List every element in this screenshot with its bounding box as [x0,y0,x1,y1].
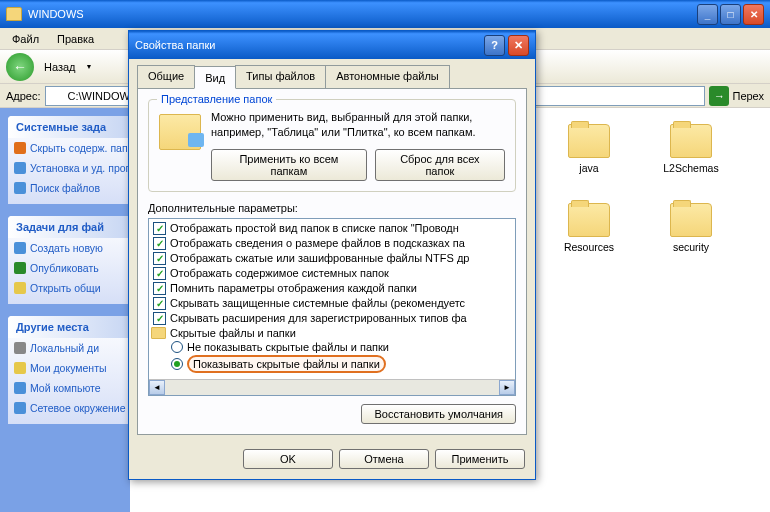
folder-label: L2Schemas [663,162,718,175]
sidebar-item[interactable]: Сетевое окружение [8,398,130,418]
folder-item[interactable]: L2Schemas [652,124,730,187]
sidebar-item[interactable]: Создать новую [8,238,130,258]
tab-filetypes[interactable]: Типы файлов [235,65,326,88]
radio-icon [171,341,183,353]
option-label: Скрывать расширения для зарегистрированн… [170,312,467,324]
folder-icon [568,124,610,158]
sidebar-panel-title[interactable]: Системные зада [8,116,130,138]
option-row[interactable]: ✓Отображать простой вид папок в списке п… [151,221,513,236]
group-title: Представление папок [157,93,276,105]
option-row[interactable]: Не показывать скрытые файлы и папки [151,340,513,354]
sidebar-item[interactable]: Локальный ди [8,338,130,358]
ok-button[interactable]: OK [243,449,333,469]
sidebar: Системные задаСкрыть содерж. папкиУстано… [0,108,130,512]
dialog-titlebar[interactable]: Свойства папки ? ✕ [129,31,535,59]
option-label: Не показывать скрытые файлы и папки [187,341,389,353]
checkbox-icon: ✓ [153,222,166,235]
option-label: Отображать сведения о размере файлов в п… [170,237,465,249]
cancel-button[interactable]: Отмена [339,449,429,469]
option-label: Скрывать защищенные системные файлы (рек… [170,297,465,309]
address-value: C:\WINDOWS [68,90,138,102]
option-row[interactable]: ✓Скрывать защищенные системные файлы (ре… [151,296,513,311]
dialog-title: Свойства папки [135,39,215,51]
scroll-left-button[interactable]: ◄ [149,380,165,395]
tab-strip: ОбщиеВидТипы файловАвтономные файлы [129,59,535,88]
horizontal-scrollbar[interactable]: ◄ ► [149,379,515,395]
maximize-button[interactable]: □ [720,4,741,25]
folder-item[interactable]: java [550,124,628,187]
go-label: Перех [732,90,764,102]
address-label: Адрес: [6,90,41,102]
folder-icon [50,90,64,102]
apply-to-all-button[interactable]: Применить ко всем папкам [211,149,367,181]
option-row[interactable]: ✓Отображать содержимое системных папок [151,266,513,281]
folder-label: java [579,162,598,175]
explorer-title: WINDOWS [28,8,84,20]
go-button[interactable]: → [709,86,729,106]
sidebar-item[interactable]: Мои документы [8,358,130,378]
back-label: Назад [38,61,82,73]
folder-item[interactable]: Resources [550,203,628,266]
folder-item[interactable]: security [652,203,730,266]
dialog-footer: OK Отмена Применить [129,443,535,479]
tab-panel-view: Представление папок Можно применить вид,… [137,88,527,435]
option-label: Отображать содержимое системных папок [170,267,389,279]
checkbox-icon: ✓ [153,267,166,280]
folder-options-dialog: Свойства папки ? ✕ ОбщиеВидТипы файловАв… [128,30,536,480]
apply-button[interactable]: Применить [435,449,525,469]
option-row[interactable]: ✓Скрывать расширения для зарегистрирован… [151,311,513,326]
radio-icon [171,358,183,370]
sidebar-item[interactable]: Установка и уд. программ [8,158,130,178]
checkbox-icon: ✓ [153,297,166,310]
explorer-titlebar: WINDOWS _ □ ✕ [0,0,770,28]
folder-views-icon [159,114,201,150]
group-text: Можно применить вид, выбранный для этой … [211,110,505,141]
menu-edit[interactable]: Правка [49,31,102,47]
close-button[interactable]: ✕ [743,4,764,25]
menu-file[interactable]: Файл [4,31,47,47]
scroll-track[interactable] [165,380,499,395]
folder-label: security [673,241,709,254]
option-label: Отображать простой вид папок в списке па… [170,222,459,234]
help-button[interactable]: ? [484,35,505,56]
sidebar-item[interactable]: Опубликовать [8,258,130,278]
option-label: Показывать скрытые файлы и папки [187,355,386,373]
sidebar-panel-title[interactable]: Другие места [8,316,130,338]
checkbox-icon: ✓ [153,282,166,295]
checkbox-icon: ✓ [153,237,166,250]
folder-label: Resources [564,241,614,254]
tab-offline[interactable]: Автономные файлы [325,65,450,88]
option-row[interactable]: Скрытые файлы и папки [151,326,513,340]
folder-icon [568,203,610,237]
minimize-button[interactable]: _ [697,4,718,25]
sidebar-panel: Другие местаЛокальный диМои документыМой… [8,316,130,424]
sidebar-item[interactable]: Поиск файлов [8,178,130,198]
back-button[interactable]: ← [6,53,34,81]
sidebar-panel: Системные задаСкрыть содерж. папкиУстано… [8,116,130,204]
option-row[interactable]: ✓Отображать сжатые или зашифрованные фай… [151,251,513,266]
scroll-right-button[interactable]: ► [499,380,515,395]
folder-views-group: Представление папок Можно применить вид,… [148,99,516,192]
tab-general[interactable]: Общие [137,65,195,88]
sidebar-item[interactable]: Мой компьюте [8,378,130,398]
advanced-label: Дополнительные параметры: [148,202,516,214]
sidebar-item[interactable]: Открыть общи [8,278,130,298]
advanced-options-list[interactable]: ✓Отображать простой вид папок в списке п… [148,218,516,396]
back-dropdown[interactable]: ▼ [86,63,94,70]
sidebar-panel-title[interactable]: Задачи для фай [8,216,130,238]
option-row[interactable]: ✓Помнить параметры отображения каждой па… [151,281,513,296]
folder-icon [151,327,166,339]
option-row[interactable]: Показывать скрытые файлы и папки [151,354,513,374]
restore-defaults-button[interactable]: Восстановить умолчания [361,404,516,424]
tab-view[interactable]: Вид [194,66,236,89]
sidebar-panel: Задачи для файСоздать новуюОпубликоватьО… [8,216,130,304]
dialog-close-button[interactable]: ✕ [508,35,529,56]
option-row[interactable]: ✓Отображать сведения о размере файлов в … [151,236,513,251]
option-label: Помнить параметры отображения каждой пап… [170,282,417,294]
folder-icon [670,203,712,237]
reset-all-button[interactable]: Сброс для всех папок [375,149,505,181]
sidebar-item[interactable]: Скрыть содерж. папки [8,138,130,158]
checkbox-icon: ✓ [153,312,166,325]
option-label: Отображать сжатые или зашифрованные файл… [170,252,469,264]
option-label: Скрытые файлы и папки [170,327,296,339]
